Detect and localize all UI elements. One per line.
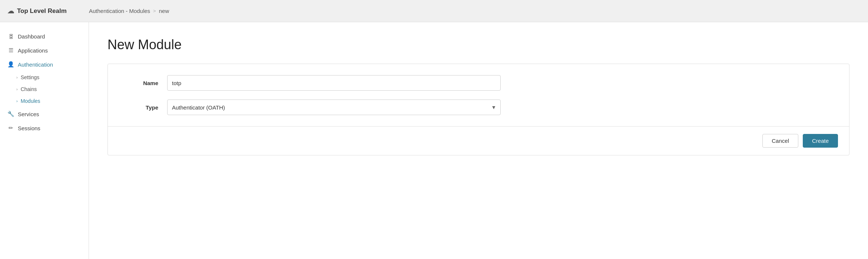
name-row: Name — [123, 75, 834, 91]
dashboard-icon: 🎛 — [7, 33, 14, 40]
sidebar: 🎛 Dashboard ☰ Applications 👤 Authenticat… — [0, 22, 89, 259]
form-body: Name Type Authenticator (OATH)LDAPDataba… — [108, 64, 849, 126]
sidebar-label-settings: Settings — [21, 74, 40, 80]
sidebar-subitem-chains[interactable]: › Chains — [0, 83, 89, 95]
name-label: Name — [123, 80, 167, 86]
page-title: New Module — [107, 37, 849, 53]
sidebar-item-applications[interactable]: ☰ Applications — [0, 43, 89, 57]
sidebar-label-authentication: Authentication — [18, 61, 53, 68]
realm-label: Top Level Realm — [17, 7, 67, 15]
breadcrumb-separator: > — [153, 8, 156, 14]
sidebar-item-dashboard[interactable]: 🎛 Dashboard — [0, 30, 89, 43]
chevron-settings-icon: › — [16, 75, 18, 80]
sidebar-label-chains: Chains — [21, 86, 37, 92]
create-button[interactable]: Create — [803, 134, 838, 148]
type-select[interactable]: Authenticator (OATH)LDAPDatabaseScripted… — [167, 100, 501, 115]
sessions-icon: ✏ — [7, 125, 14, 131]
type-row: Type Authenticator (OATH)LDAPDatabaseScr… — [123, 100, 834, 115]
chevron-modules-icon: › — [16, 99, 18, 103]
layout: 🎛 Dashboard ☰ Applications 👤 Authenticat… — [0, 22, 868, 259]
sidebar-label-modules: Modules — [21, 98, 40, 104]
form-card: Name Type Authenticator (OATH)LDAPDataba… — [107, 64, 849, 155]
applications-icon: ☰ — [7, 47, 14, 54]
form-actions: Cancel Create — [108, 127, 849, 155]
sidebar-label-applications: Applications — [18, 47, 48, 54]
breadcrumb-parent[interactable]: Authentication - Modules — [89, 8, 150, 14]
sidebar-subitem-settings[interactable]: › Settings — [0, 71, 89, 83]
sidebar-label-sessions: Sessions — [18, 125, 40, 131]
name-input[interactable] — [167, 75, 501, 91]
sidebar-item-services[interactable]: 🔧 Services — [0, 107, 89, 121]
cloud-icon: ☁ — [7, 7, 14, 15]
sidebar-item-authentication[interactable]: 👤 Authentication — [0, 57, 89, 71]
breadcrumb-current: new — [159, 8, 169, 14]
breadcrumb: Authentication - Modules > new — [89, 8, 169, 14]
main-content: New Module Name Type Authenticator (OATH… — [89, 22, 868, 259]
top-header: ☁ Top Level Realm Authentication - Modul… — [0, 0, 868, 22]
type-label: Type — [123, 104, 167, 111]
services-icon: 🔧 — [7, 111, 14, 117]
sidebar-label-dashboard: Dashboard — [18, 33, 45, 40]
sidebar-item-sessions[interactable]: ✏ Sessions — [0, 121, 89, 135]
chevron-chains-icon: › — [16, 87, 18, 91]
authentication-icon: 👤 — [7, 61, 14, 68]
sidebar-subitem-modules[interactable]: › Modules — [0, 95, 89, 107]
type-select-wrapper: Authenticator (OATH)LDAPDatabaseScripted… — [167, 100, 501, 115]
realm-title[interactable]: ☁ Top Level Realm — [7, 7, 89, 15]
cancel-button[interactable]: Cancel — [762, 134, 798, 148]
sidebar-label-services: Services — [18, 111, 39, 117]
